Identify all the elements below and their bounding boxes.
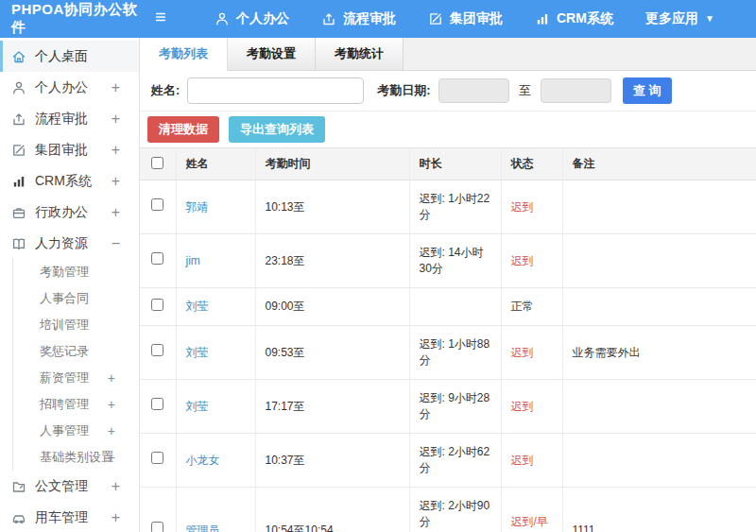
query-button[interactable]: 查 询 <box>623 77 672 104</box>
sidebar-subitem-training-management[interactable]: 培训管理 <box>12 312 139 338</box>
top-nav-group-approval[interactable]: 集团审批 <box>412 0 519 38</box>
sidebar-subitem-basic-category-settings[interactable]: 基础类别设置+ <box>12 444 139 471</box>
employee-name-link[interactable]: 刘莹 <box>186 300 209 313</box>
status-cell: 迟到/早退 <box>501 488 562 532</box>
name-input[interactable] <box>187 77 364 104</box>
briefcase-icon <box>11 205 26 220</box>
sidebar-item-crm-system[interactable]: CRM系统+ <box>0 165 139 197</box>
attendance-time-cell: 10:13至 <box>255 180 409 234</box>
row-checkbox[interactable] <box>151 198 163 211</box>
employee-name-link[interactable]: 郭靖 <box>186 200 209 214</box>
top-nav-crm-system[interactable]: CRM系统 <box>519 0 629 38</box>
sidebar-item-vehicle-management[interactable]: 用车管理+ <box>0 502 139 532</box>
sidebar-item-label: 流程审批 <box>35 111 88 128</box>
duration-line: 迟到: 14小时30分 <box>420 245 491 277</box>
row-checkbox[interactable] <box>151 344 163 356</box>
row-checkbox-cell <box>140 434 176 488</box>
duration-cell: 迟到: 1小时88分 <box>409 326 501 380</box>
user-icon <box>11 80 26 95</box>
app-logo: PHPOA协同办公软件 <box>0 1 140 37</box>
user-icon <box>215 11 230 26</box>
tab-attendance-settings[interactable]: 考勤设置 <box>228 38 316 70</box>
sidebar: 个人桌面个人办公+流程审批+集团审批+CRM系统+行政办公+人力资源−考勤管理人… <box>0 38 140 532</box>
employee-name-link[interactable]: 刘莹 <box>186 346 209 359</box>
date-to-input[interactable] <box>541 78 611 103</box>
sidebar-subitem-personnel-contract[interactable]: 人事合同 <box>12 285 139 312</box>
expand-plus-icon[interactable]: + <box>108 424 115 438</box>
duration-line: 迟到: 9小时28分 <box>420 390 491 422</box>
row-checkbox[interactable] <box>151 252 163 265</box>
expand-plus-icon[interactable]: + <box>112 80 120 95</box>
sidebar-subitem-attendance-management[interactable]: 考勤管理 <box>12 259 139 285</box>
attendance-time-cell: 10:54至10:54 <box>255 488 409 532</box>
employee-name-link[interactable]: 小龙女 <box>186 454 220 467</box>
expand-plus-icon[interactable]: + <box>112 510 120 525</box>
nav-item-label: 个人办公 <box>236 10 289 27</box>
column-header: 时长 <box>409 148 501 180</box>
sidebar-subitem-personnel-management[interactable]: 人事管理+ <box>12 418 139 444</box>
sidebar-subitem-recruitment-management[interactable]: 招聘管理+ <box>12 391 139 418</box>
row-checkbox[interactable] <box>151 299 163 311</box>
sidebar-subitem-label: 考勤管理 <box>40 264 89 281</box>
expand-plus-icon[interactable]: + <box>112 143 120 158</box>
status-cell: 迟到 <box>501 234 562 288</box>
row-checkbox[interactable] <box>151 398 163 410</box>
table-row: 刘莹17:17至迟到: 9小时28分迟到 <box>140 380 756 434</box>
employee-name-link[interactable]: 管理员 <box>186 523 220 532</box>
expand-plus-icon[interactable]: − <box>112 236 120 251</box>
select-all-checkbox[interactable] <box>151 157 163 169</box>
sidebar-item-group-approval[interactable]: 集团审批+ <box>0 134 139 165</box>
status-cell: 正常 <box>501 288 562 326</box>
remark-cell <box>562 380 756 434</box>
duration-line: 迟到: 2小时62分 <box>420 444 491 476</box>
attendance-time-cell: 10:37至 <box>255 434 409 488</box>
export-list-button[interactable]: 导出查询列表 <box>229 116 325 143</box>
sidebar-item-personal-office[interactable]: 个人办公+ <box>0 72 139 103</box>
top-nav-more-apps[interactable]: 更多应用▼ <box>629 0 730 38</box>
row-checkbox-cell <box>140 180 176 234</box>
tab-attendance-statistics[interactable]: 考勤统计 <box>316 38 404 70</box>
remark-cell: 业务需要外出 <box>562 326 756 380</box>
employee-name-cell: 刘莹 <box>176 380 255 434</box>
expand-plus-icon[interactable]: + <box>112 205 120 220</box>
sidebar-item-workflow-approval[interactable]: 流程审批+ <box>0 103 139 134</box>
action-bar: 清理数据 导出查询列表 <box>140 112 756 147</box>
sidebar-subitem-salary-management[interactable]: 薪资管理+ <box>12 365 139 391</box>
sidebar-item-personal-desktop[interactable]: 个人桌面 <box>0 41 139 72</box>
date-from-input[interactable] <box>438 78 509 103</box>
flow-icon <box>11 112 26 127</box>
row-checkbox-cell <box>140 288 176 326</box>
hamburger-icon <box>153 9 168 28</box>
duration-cell <box>409 288 501 326</box>
expand-plus-icon[interactable]: + <box>108 451 115 464</box>
chart-icon <box>11 174 26 189</box>
row-checkbox[interactable] <box>151 522 163 532</box>
row-checkbox-cell <box>140 234 176 288</box>
sidebar-item-admin-office[interactable]: 行政办公+ <box>0 197 139 228</box>
search-bar: 姓名: 考勤日期: 至 查 询 <box>140 71 756 112</box>
duration-line: 迟到: 1小时88分 <box>420 336 491 369</box>
top-nav-personal-office[interactable]: 个人办公 <box>198 0 305 38</box>
clear-data-button[interactable]: 清理数据 <box>147 116 219 143</box>
top-nav-workflow-approval[interactable]: 流程审批 <box>305 0 412 38</box>
column-header: 姓名 <box>176 148 255 180</box>
expand-plus-icon[interactable]: + <box>112 479 120 494</box>
row-checkbox[interactable] <box>151 452 163 464</box>
sidebar-subitem-reward-punishment-records[interactable]: 奖惩记录 <box>12 338 139 365</box>
menu-toggle-button[interactable] <box>140 9 181 28</box>
expand-plus-icon[interactable]: + <box>112 112 120 127</box>
employee-name-link[interactable]: 刘莹 <box>186 400 209 413</box>
remark-cell <box>562 288 756 326</box>
column-header: 考勤时间 <box>255 148 409 180</box>
sidebar-item-human-resources[interactable]: 人力资源− <box>0 228 139 259</box>
sidebar-item-label: 人力资源 <box>35 235 88 252</box>
tab-attendance-list[interactable]: 考勤列表 <box>140 38 228 71</box>
book-icon <box>11 236 26 251</box>
expand-plus-icon[interactable]: + <box>108 398 115 411</box>
expand-plus-icon[interactable]: + <box>108 371 115 385</box>
sidebar-item-document-management[interactable]: 公文管理+ <box>0 471 139 502</box>
employee-name-link[interactable]: jim <box>186 254 200 267</box>
table-header-row: 姓名考勤时间时长状态备注 <box>140 148 756 180</box>
header-checkbox-cell <box>140 148 176 180</box>
expand-plus-icon[interactable]: + <box>112 174 120 189</box>
